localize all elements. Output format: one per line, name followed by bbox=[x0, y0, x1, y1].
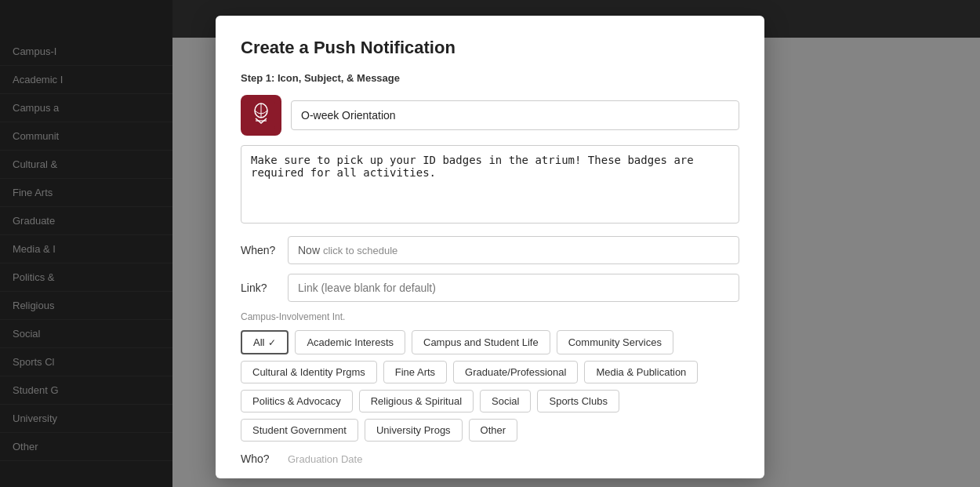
tag-religious-spiritual[interactable]: Religious & Spiritual bbox=[359, 390, 474, 412]
tag-label: Campus and Student Life bbox=[423, 336, 539, 348]
link-label: Link? bbox=[241, 282, 288, 294]
tag-all[interactable]: All ✓ bbox=[241, 330, 289, 354]
involvement-section: Campus-Involvement Int. All ✓ Academic I… bbox=[241, 311, 739, 442]
tag-label: Politics & Advocacy bbox=[252, 395, 341, 407]
click-schedule[interactable]: click to schedule bbox=[323, 245, 397, 256]
tag-fine-arts[interactable]: Fine Arts bbox=[383, 361, 447, 383]
step-label: Step 1: Icon, Subject, & Message bbox=[241, 72, 739, 84]
tag-all-label: All bbox=[253, 336, 264, 348]
tag-label: Other bbox=[481, 424, 506, 436]
app-icon-button[interactable] bbox=[241, 95, 281, 136]
link-row: Link? bbox=[241, 274, 739, 302]
tag-cultural-identity[interactable]: Cultural & Identity Prgms bbox=[241, 361, 377, 383]
tag-academic-interests[interactable]: Academic Interests bbox=[295, 330, 405, 354]
tags-container: All ✓ Academic Interests Campus and Stud… bbox=[241, 330, 739, 442]
tag-label: University Progs bbox=[376, 424, 451, 436]
tag-other[interactable]: Other bbox=[469, 419, 518, 442]
tag-politics-advocacy[interactable]: Politics & Advocacy bbox=[241, 390, 353, 412]
message-textarea[interactable]: Make sure to pick up your ID badges in t… bbox=[241, 145, 739, 224]
tag-label: Graduate/Professional bbox=[465, 366, 566, 378]
who-label: Who? bbox=[241, 452, 288, 465]
tag-label: Social bbox=[492, 395, 519, 407]
tag-sports-clubs[interactable]: Sports Clubs bbox=[537, 390, 619, 412]
tag-label: Sports Clubs bbox=[549, 395, 607, 407]
who-row: Who? Graduation Date bbox=[241, 452, 739, 465]
tag-label: Academic Interests bbox=[307, 336, 394, 348]
subject-input[interactable] bbox=[291, 100, 739, 130]
tag-media-publication[interactable]: Media & Publication bbox=[584, 361, 698, 383]
tag-label: Student Government bbox=[252, 424, 347, 436]
who-placeholder: Graduation Date bbox=[288, 453, 362, 465]
when-now: Now bbox=[298, 244, 320, 256]
when-label: When? bbox=[241, 244, 288, 256]
tag-campus-student-life[interactable]: Campus and Student Life bbox=[412, 330, 550, 354]
link-input[interactable] bbox=[288, 274, 739, 302]
tag-label: Cultural & Identity Prgms bbox=[252, 366, 365, 378]
tag-social[interactable]: Social bbox=[480, 390, 531, 412]
tag-label: Fine Arts bbox=[395, 366, 435, 378]
icon-subject-row bbox=[241, 95, 739, 136]
tag-student-government[interactable]: Student Government bbox=[241, 419, 358, 442]
tag-label: Religious & Spiritual bbox=[371, 395, 462, 407]
tag-label: Media & Publication bbox=[596, 366, 686, 378]
involvement-label: Campus-Involvement Int. bbox=[241, 311, 739, 322]
modal-title: Create a Push Notification bbox=[241, 38, 739, 58]
tag-graduate-professional[interactable]: Graduate/Professional bbox=[453, 361, 578, 383]
tag-all-checkmark: ✓ bbox=[268, 337, 276, 348]
modal-dialog: Create a Push Notification Step 1: Icon,… bbox=[216, 16, 764, 478]
tag-label: Community Services bbox=[568, 336, 662, 348]
when-input[interactable]: Now click to schedule bbox=[288, 236, 739, 264]
tag-university-progs[interactable]: University Progs bbox=[365, 419, 463, 442]
when-row: When? Now click to schedule bbox=[241, 236, 739, 264]
tag-community-services[interactable]: Community Services bbox=[557, 330, 673, 354]
modal-overlay: Create a Push Notification Step 1: Icon,… bbox=[0, 0, 980, 487]
